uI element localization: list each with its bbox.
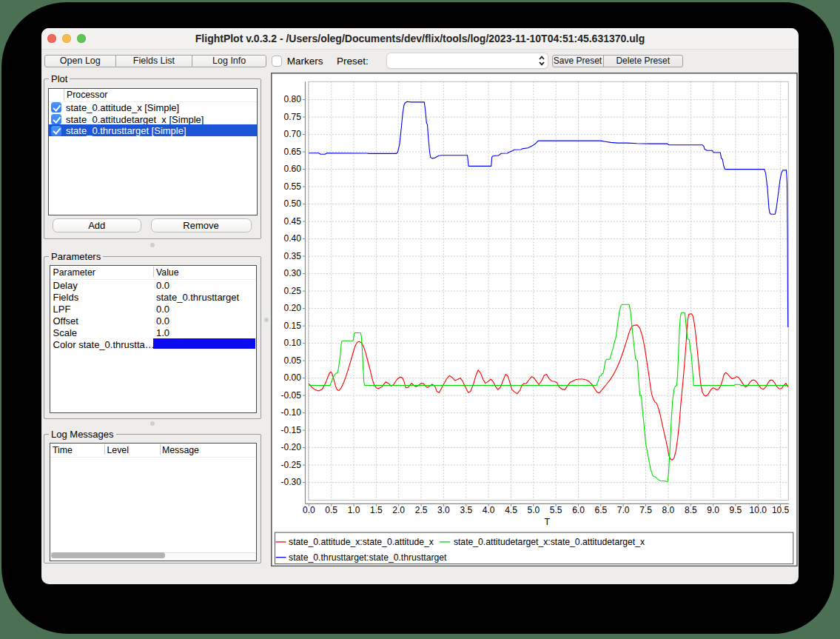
svg-text:-0.30: -0.30	[280, 477, 301, 487]
svg-text:0.75: 0.75	[283, 112, 301, 122]
svg-text:0.35: 0.35	[283, 251, 301, 261]
svg-text:state_0.thrusttarget:state_0.t: state_0.thrusttarget:state_0.thrusttarge…	[289, 552, 447, 563]
svg-text:0.5: 0.5	[325, 504, 337, 515]
svg-text:6.5: 6.5	[594, 504, 607, 515]
svg-text:10.0: 10.0	[749, 504, 767, 515]
svg-text:0.65: 0.65	[283, 147, 301, 157]
svg-text:-0.20: -0.20	[280, 442, 301, 452]
svg-text:0.80: 0.80	[283, 94, 301, 104]
svg-text:T: T	[544, 516, 550, 526]
svg-text:state_0.attitudetarget_x:state: state_0.attitudetarget_x:state_0.attitud…	[454, 537, 645, 547]
svg-text:-0.25: -0.25	[280, 460, 301, 470]
svg-text:4.5: 4.5	[505, 504, 517, 515]
svg-text:5.0: 5.0	[527, 504, 540, 515]
svg-text:1.0: 1.0	[347, 504, 360, 515]
svg-text:7.5: 7.5	[639, 504, 652, 515]
svg-text:7.0: 7.0	[617, 504, 630, 515]
svg-text:0.40: 0.40	[283, 233, 301, 244]
svg-text:0.55: 0.55	[283, 181, 301, 192]
svg-text:9.0: 9.0	[707, 504, 719, 515]
svg-text:3.5: 3.5	[460, 504, 472, 515]
svg-text:0.10: 0.10	[283, 338, 301, 348]
svg-text:0.05: 0.05	[283, 355, 301, 366]
svg-text:-0.05: -0.05	[280, 390, 301, 401]
svg-text:10.5: 10.5	[772, 504, 790, 515]
svg-text:2.0: 2.0	[392, 504, 405, 515]
svg-text:0.15: 0.15	[283, 321, 301, 331]
svg-text:0.00: 0.00	[283, 372, 301, 383]
svg-text:6.0: 6.0	[572, 504, 585, 515]
svg-text:8.0: 8.0	[662, 504, 674, 515]
svg-text:0.30: 0.30	[283, 268, 301, 278]
svg-text:0.70: 0.70	[283, 129, 301, 139]
svg-text:5.5: 5.5	[550, 504, 562, 515]
svg-text:0.50: 0.50	[283, 198, 301, 209]
svg-text:-0.10: -0.10	[280, 407, 301, 418]
svg-text:0.20: 0.20	[283, 303, 301, 313]
svg-text:1.5: 1.5	[370, 504, 383, 515]
svg-text:0.60: 0.60	[283, 164, 301, 174]
svg-text:2.5: 2.5	[414, 504, 427, 515]
svg-text:0.25: 0.25	[283, 286, 301, 296]
svg-text:-0.15: -0.15	[280, 425, 301, 435]
svg-text:0.0: 0.0	[303, 504, 315, 515]
svg-text:0.45: 0.45	[283, 216, 301, 227]
svg-text:9.5: 9.5	[729, 504, 742, 515]
svg-text:3.0: 3.0	[437, 504, 450, 515]
svg-text:state_0.attitude_x:state_0.att: state_0.attitude_x:state_0.attitude_x	[289, 537, 434, 547]
svg-text:8.5: 8.5	[685, 504, 697, 515]
svg-text:4.0: 4.0	[482, 504, 494, 515]
